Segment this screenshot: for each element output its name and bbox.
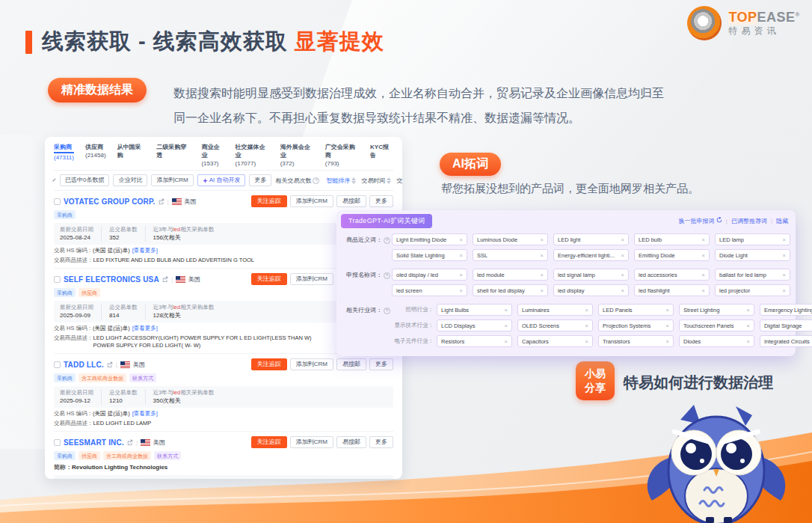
sorter-1[interactable]: 交易时间 [361,177,391,185]
row-checkbox[interactable] [54,439,61,446]
keyword-chip[interactable]: Integrated Circuits× [760,335,812,347]
toolbar-button-1[interactable]: 添加到CRM [151,174,193,186]
keyword-chip[interactable]: led screen× [392,284,467,296]
view-more-link[interactable]: [查看更多] [132,247,158,254]
chip-close-icon[interactable]: × [585,322,588,329]
company-name-link[interactable]: SEESMART INC. [64,438,124,447]
tab-1[interactable]: 供应商 (21458) [85,143,106,168]
keyword-chip[interactable]: led projector× [715,284,790,296]
chip-close-icon[interactable]: × [621,272,624,278]
toolbar-button-3[interactable]: 更多 [249,174,271,186]
chip-close-icon[interactable]: × [505,322,508,329]
keyword-chip[interactable]: led signal lamp× [553,269,629,281]
tradegpt-action-0[interactable]: 换一批申报词 [679,217,722,225]
keyword-chip[interactable]: led flashlight× [634,284,710,296]
add-to-crm-button[interactable]: 添加到CRM [290,436,333,448]
keyword-chip[interactable]: Emergency Lighting× [760,304,812,316]
company-name-link[interactable]: SELF ELECTRONICS USA [64,275,159,284]
chip-close-icon[interactable]: × [702,272,705,278]
keyword-chip[interactable]: Transistors× [598,335,674,347]
follow-track-button[interactable]: 关注追踪 [251,273,287,285]
keyword-chip[interactable]: Digital Signage× [760,319,812,331]
keyword-chip[interactable]: shell for led display× [473,284,548,296]
keyword-chip[interactable]: Luminous Diode× [473,233,548,245]
keyword-chip[interactable]: Resistors× [437,335,512,347]
chip-close-icon[interactable]: × [621,287,624,294]
row-checkbox[interactable] [54,361,61,368]
keyword-chip[interactable]: Emitting Diode× [634,249,710,261]
chip-close-icon[interactable]: × [541,272,544,278]
tradegpt-action-1[interactable]: 已调整推荐词 [731,217,767,225]
chip-close-icon[interactable]: × [541,252,544,259]
more-button[interactable]: 更多 [369,436,393,448]
tab-5[interactable]: 社交媒体企业 (17077) [236,143,269,168]
keyword-chip[interactable]: Street Lighting× [679,304,754,316]
chip-close-icon[interactable]: × [747,338,750,345]
keyword-chip[interactable]: Light Bulbs× [437,304,512,316]
keyword-chip[interactable]: LED lamp× [715,233,790,245]
keyword-chip[interactable]: LED bulb× [634,233,710,245]
external-link-icon[interactable] [127,439,133,445]
external-link-icon[interactable] [159,198,164,204]
chip-close-icon[interactable]: × [460,287,463,294]
chip-close-icon[interactable]: × [505,338,508,345]
chip-close-icon[interactable]: × [783,287,786,294]
chip-close-icon[interactable]: × [666,338,669,345]
chip-close-icon[interactable]: × [783,252,786,259]
tab-8[interactable]: KYC报告 [370,143,393,168]
chip-close-icon[interactable]: × [747,322,750,329]
easy-mail-button[interactable]: 易搜邮 [336,358,366,370]
chip-close-icon[interactable]: × [702,287,705,294]
tab-6[interactable]: 海外展会企业 (372) [280,143,314,168]
keyword-chip[interactable]: OLED Screens× [517,319,593,331]
chip-close-icon[interactable]: × [621,236,624,243]
chip-close-icon[interactable]: × [460,272,463,278]
company-name-link[interactable]: VOTATEC GROUP CORP. [64,198,156,206]
add-to-crm-button[interactable]: 添加到CRM [290,273,333,285]
keyword-chip[interactable]: Diode Light× [715,249,790,261]
toolbar-button-0[interactable]: 企业对比 [113,174,147,186]
easy-mail-button[interactable]: 易搜邮 [336,436,366,448]
keyword-chip[interactable]: oled display / led× [392,269,467,281]
chip-close-icon[interactable]: × [541,236,544,243]
keyword-chip[interactable]: led display× [553,284,629,296]
chip-close-icon[interactable]: × [460,252,463,259]
add-to-crm-button[interactable]: 添加到CRM [290,358,333,370]
keyword-chip[interactable]: Solid State Lighting× [392,249,467,261]
company-name-link[interactable]: TADD LLC. [64,361,104,369]
keyword-chip[interactable]: Diodes× [679,335,754,347]
chip-close-icon[interactable]: × [505,307,508,314]
selected-count-button[interactable]: 已选中0条数据 [60,174,109,186]
chip-close-icon[interactable]: × [666,307,669,314]
sorter-0[interactable]: 智能排序 [326,177,356,185]
toolbar-button-2[interactable]: AI 自动开发 [197,174,246,186]
chip-close-icon[interactable]: × [585,307,588,314]
chip-close-icon[interactable]: × [747,307,750,314]
tradegpt-action-2[interactable]: 隐藏 [776,217,788,225]
follow-track-button[interactable]: 关注追踪 [251,195,287,207]
follow-track-button[interactable]: 关注追踪 [251,358,287,370]
keyword-chip[interactable]: LED Panels× [598,304,674,316]
tab-3[interactable]: 二级采购穿透 [156,143,190,168]
sorter-2[interactable]: 交易总量 [396,177,402,185]
more-button[interactable]: 更多 [369,358,393,370]
view-more-link[interactable]: [查看更多] [132,410,158,418]
view-more-link[interactable]: [查看更多] [132,325,158,332]
chip-close-icon[interactable]: × [541,287,544,294]
keyword-chip[interactable]: Luminaires× [517,304,593,316]
external-link-icon[interactable] [107,361,113,367]
tab-7[interactable]: 广交会采购商 (793) [325,143,359,168]
keyword-chip[interactable]: ballast for led lamp× [715,269,790,281]
keyword-chip[interactable]: SSL× [473,249,548,261]
more-button[interactable]: 更多 [369,195,393,207]
add-to-crm-button[interactable]: 添加到CRM [290,195,333,207]
easy-mail-button[interactable]: 易搜邮 [336,195,366,207]
chevron-down-icon[interactable] [52,178,55,181]
keyword-chip[interactable]: LED light× [553,233,629,245]
tab-0[interactable]: 采购商 (47311) [54,143,74,168]
keyword-chip[interactable]: Touchscreen Panels× [679,319,754,331]
chip-close-icon[interactable]: × [666,322,669,329]
row-checkbox[interactable] [54,198,61,205]
chip-close-icon[interactable]: × [702,252,705,259]
tab-2[interactable]: 从中国采购 [117,143,146,168]
